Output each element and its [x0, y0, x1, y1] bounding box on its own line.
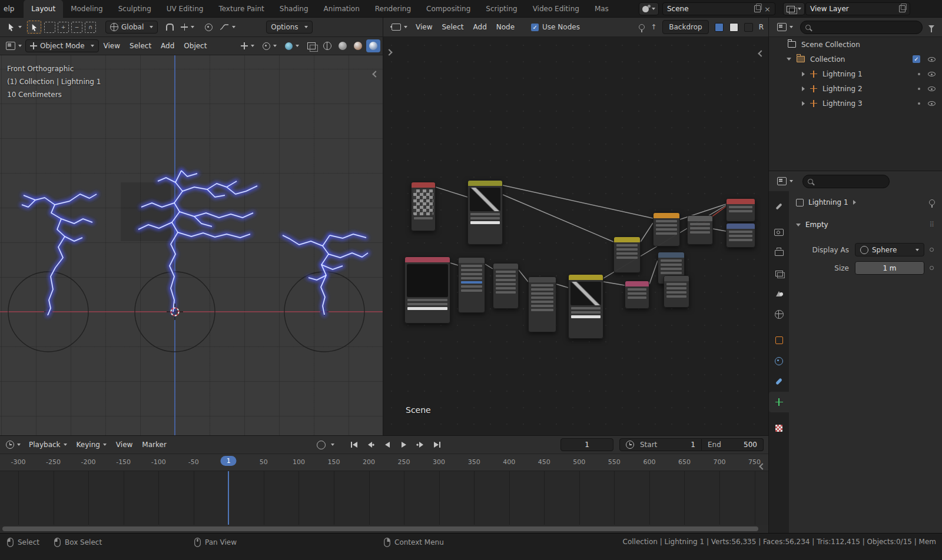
timeline-ruler[interactable]: -300-250-200-150-100-5015010015020025030…	[0, 454, 768, 471]
size-field[interactable]: 1 m	[855, 261, 924, 275]
outliner-row-lightning-3[interactable]: Lightning 3	[769, 96, 942, 111]
tab-texture[interactable]	[769, 418, 789, 438]
new-view-layer-icon[interactable]	[899, 5, 905, 12]
node-node-menu[interactable]: Node	[492, 18, 519, 36]
node-select-menu[interactable]: Select	[437, 18, 468, 36]
timeline-tick[interactable]: 600	[643, 458, 655, 466]
compositor-node[interactable]	[458, 257, 485, 313]
shading-rendered-button[interactable]	[366, 39, 380, 52]
play-button[interactable]	[397, 438, 411, 451]
workspace-tab-animation[interactable]: Animation	[316, 0, 367, 18]
editor-type-dropdown[interactable]	[774, 174, 797, 188]
workspace-tab-layout[interactable]: Layout	[24, 0, 63, 18]
backdrop-color-icon[interactable]	[729, 23, 738, 32]
playhead-line[interactable]	[228, 471, 229, 525]
timeline-tick[interactable]: -200	[81, 458, 96, 466]
pin-icon[interactable]	[639, 24, 645, 30]
workspace-tab-sculpting[interactable]: Sculpting	[111, 0, 159, 18]
outliner-row-scene-collection[interactable]: Scene Collection	[769, 37, 942, 52]
play-reverse-button[interactable]	[380, 438, 394, 451]
compositor-node[interactable]	[404, 256, 450, 324]
timeline-tick[interactable]: -100	[151, 458, 166, 466]
timeline-tick[interactable]: -300	[11, 458, 26, 466]
expand-icon[interactable]	[802, 101, 805, 106]
tab-scene[interactable]	[769, 284, 789, 304]
select-mode-subtract-button[interactable]: −	[71, 22, 82, 33]
timeline-tick[interactable]: 700	[714, 458, 726, 466]
workspace-tab-uv-editing[interactable]: UV Editing	[159, 0, 211, 18]
workspace-tab-video-editing[interactable]: Video Editing	[525, 0, 587, 18]
select-mode-extend-button[interactable]: +	[58, 22, 69, 33]
eye-icon[interactable]	[927, 99, 936, 108]
compositor-node[interactable]	[726, 198, 755, 222]
timeline-tick[interactable]: 350	[468, 458, 480, 466]
playback-menu[interactable]: Playback	[24, 436, 72, 454]
previous-keyframe-button[interactable]	[364, 438, 378, 451]
end-frame-field[interactable]: End 500	[702, 438, 764, 451]
node-view-menu[interactable]: View	[411, 18, 437, 36]
scrollbar-thumb[interactable]	[2, 526, 758, 531]
workspace-tab-mas[interactable]: Mas	[587, 0, 616, 18]
workspace-tab-rendering[interactable]: Rendering	[367, 0, 419, 18]
backdrop-image-icon[interactable]	[715, 23, 724, 32]
filter-icon[interactable]	[928, 25, 934, 29]
shading-wireframe-button[interactable]	[320, 39, 334, 52]
empty-panel-header[interactable]: Empty ⠿	[789, 221, 942, 229]
tab-world[interactable]	[769, 304, 789, 325]
jump-to-end-button[interactable]	[430, 438, 444, 451]
compositor-node[interactable]	[493, 263, 519, 309]
collapse-icon[interactable]	[787, 58, 791, 61]
marker-menu[interactable]: Marker	[137, 436, 171, 454]
timeline-track-area[interactable]	[0, 471, 768, 525]
proportional-falloff-dropdown[interactable]	[216, 20, 239, 34]
timeline-tick[interactable]: 400	[503, 458, 515, 466]
add-menu[interactable]: Add	[156, 37, 179, 55]
eye-icon[interactable]	[927, 55, 936, 64]
shading-material-button[interactable]	[351, 39, 365, 52]
new-scene-icon[interactable]	[754, 5, 761, 12]
tab-tool[interactable]	[769, 196, 789, 216]
compositor-node[interactable]	[687, 215, 713, 245]
timeline-tick[interactable]: 650	[678, 458, 691, 466]
collection-checkbox[interactable]	[913, 55, 920, 63]
backdrop-alpha-icon[interactable]	[744, 23, 753, 32]
timeline-tick[interactable]: 200	[363, 458, 375, 466]
compositor-node[interactable]	[653, 212, 680, 246]
viewport-canvas[interactable]: Front Orthographic (1) Collection | Ligh…	[0, 55, 383, 435]
workspace-tab-modeling[interactable]: Modeling	[63, 0, 111, 18]
timeline-tick[interactable]: 50	[260, 458, 268, 466]
outliner-row-lightning-1[interactable]: Lightning 1	[769, 66, 942, 81]
timeline-tick[interactable]: 750	[748, 458, 761, 466]
compositor-node[interactable]	[568, 274, 603, 339]
pin-icon[interactable]	[929, 199, 935, 205]
select-dot-icon[interactable]	[918, 88, 920, 90]
mode-dropdown[interactable]: Object Mode	[25, 39, 99, 52]
proportional-editing-button[interactable]	[201, 20, 216, 34]
properties-search-input[interactable]	[802, 175, 890, 188]
editor-type-dropdown[interactable]	[774, 20, 797, 34]
current-frame-field[interactable]: 1	[560, 438, 613, 451]
panel-drag-dots[interactable]: ⠿	[929, 221, 935, 229]
workspace-tab-compositing[interactable]: Compositing	[419, 0, 478, 18]
tool-dropdown[interactable]	[4, 20, 25, 34]
node-add-menu[interactable]: Add	[469, 18, 492, 36]
animate-property-dot[interactable]	[930, 248, 934, 252]
editor-type-dropdown[interactable]	[388, 20, 411, 34]
timeline-tick[interactable]: 450	[538, 458, 550, 466]
display-as-dropdown[interactable]: Sphere	[855, 243, 924, 256]
workspace-tab-texture-paint[interactable]: Texture Paint	[211, 0, 271, 18]
expand-icon[interactable]	[802, 72, 805, 76]
timeline-tick[interactable]: 150	[327, 458, 340, 466]
outliner-row-lightning-2[interactable]: Lightning 2	[769, 81, 942, 96]
start-frame-field[interactable]: Start 1	[619, 438, 702, 451]
workspace-tab-scripting[interactable]: Scripting	[478, 0, 525, 18]
breadcrumb-object-name[interactable]: Lightning 1	[808, 198, 848, 206]
select-menu[interactable]: Select	[125, 37, 156, 55]
select-dot-icon[interactable]	[918, 73, 920, 75]
timeline-view-menu[interactable]: View	[111, 436, 137, 454]
compositor-node[interactable]	[625, 281, 649, 309]
toggle-xray-button[interactable]	[304, 39, 319, 53]
scene-selector[interactable]: Scene	[662, 2, 775, 15]
timeline-tick[interactable]: -250	[46, 458, 61, 466]
transform-orientation-dropdown[interactable]: Global	[105, 21, 158, 34]
